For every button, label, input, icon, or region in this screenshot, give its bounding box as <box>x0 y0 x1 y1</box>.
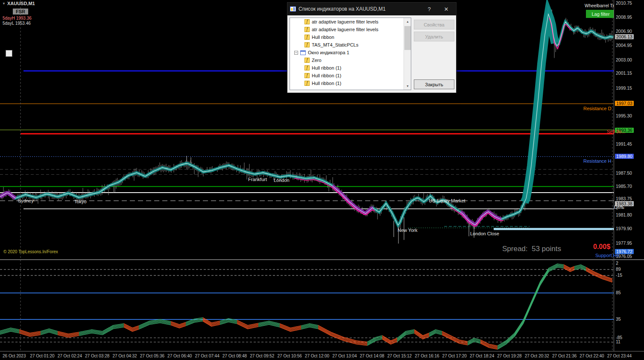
indicator-list-item[interactable]: ƒTAS_MT4_StaticPCLs <box>290 41 411 49</box>
symbol-label: XAUUSD,M1 <box>7 1 35 6</box>
time-axis-label: 27 Oct 23:44 <box>607 354 632 358</box>
session-label: Frankfurt <box>248 177 267 182</box>
price-axis-label: 2 <box>616 260 618 266</box>
time-axis[interactable]: 26 Oct 202327 Oct 01:2027 Oct 02:2427 Oc… <box>0 351 644 360</box>
dialog-body: ƒatr adaptive laguerre filter levelsƒatr… <box>287 15 456 93</box>
chart-checkbox[interactable] <box>6 50 12 57</box>
session-label: London <box>274 178 290 183</box>
indicator-fx-icon: ƒ <box>304 27 310 32</box>
time-axis-label: 27 Oct 03:28 <box>85 354 109 358</box>
target-label: Цель <box>614 205 624 210</box>
time-axis-label: 26 Oct 2023 <box>3 354 26 358</box>
price-axis-label: 1999.15 <box>616 85 632 91</box>
scrollbar-thumb[interactable] <box>404 26 411 50</box>
day-high-label: 5dayH 1993.36 <box>3 16 32 20</box>
price-axis-label: 1983.75 <box>616 196 632 201</box>
level-line-label: Resistance H <box>583 158 611 164</box>
time-axis-label: 27 Oct 10:56 <box>278 354 302 358</box>
close-icon[interactable]: ✕ <box>439 6 454 12</box>
price-axis-label: 2003.00 <box>616 57 632 62</box>
indicator-name: TAS_MT4_StaticPCLs <box>312 42 358 47</box>
indicator-name: Hull ribbon (1) <box>312 65 341 70</box>
time-axis-label: 27 Oct 04:32 <box>112 354 137 358</box>
session-label: Sydney <box>18 198 34 203</box>
close-dialog-button[interactable]: Закрыть <box>414 79 454 89</box>
indicator-window-icon <box>300 50 306 55</box>
indicator-fx-icon: ƒ <box>304 73 310 78</box>
indicator-fx-icon: ƒ <box>304 35 310 40</box>
session-label: New York <box>398 228 417 233</box>
price-axis-label: 89 <box>616 266 621 272</box>
time-axis-label: 27 Oct 06:40 <box>167 354 192 358</box>
copyright-label: © 2020 TopLessons.In/Forex <box>3 249 58 254</box>
scroll-down-icon[interactable]: ▼ <box>404 82 411 90</box>
price-axis-label: 1991.45 <box>616 141 632 146</box>
time-axis-label: 27 Oct 21:36 <box>552 354 577 358</box>
indicator-name: Hull ribbon (1) <box>312 73 341 78</box>
time-axis-label: 27 Oct 05:36 <box>140 354 164 358</box>
time-axis-label: 27 Oct 15:12 <box>387 354 412 358</box>
indicator-list-item[interactable]: ƒHull ribbon <box>290 33 411 41</box>
indicator-list-item[interactable]: ƒZero <box>290 56 411 64</box>
price-axis-label: 1985.70 <box>616 184 632 189</box>
indicator-name: Hull ribbon (1) <box>312 81 341 86</box>
help-button[interactable]: ? <box>422 6 436 12</box>
delete-button[interactable]: Удалить <box>414 32 454 41</box>
indicator-list-item[interactable]: ƒatr adaptive laguerre filter levels <box>290 26 411 33</box>
indicator-list-item[interactable]: ƒatr adaptive laguerre filter levels <box>290 18 411 26</box>
dialog-title: Список индикаторов на XAUUSD,M1 <box>299 6 419 12</box>
session-label: US Equity Market <box>429 198 465 203</box>
indicator-fx-icon: ƒ <box>304 42 310 47</box>
indicator-fx-icon: ƒ <box>304 81 310 86</box>
profit-label: 0.00$ <box>593 243 610 251</box>
indicators-dialog: Список индикаторов на XAUUSD,M1 ? ✕ ƒatr… <box>287 2 457 93</box>
support-h4-label: Support H4 <box>595 253 619 258</box>
time-axis-label: 27 Oct 13:04 <box>332 354 357 358</box>
lag-filter-button[interactable]: Lag filter <box>586 10 615 18</box>
indicator-name: Hull ribbon <box>312 35 334 40</box>
indicator-name: Zero <box>312 58 322 63</box>
indicator-list-item[interactable]: ƒHull ribbon (1) <box>290 79 411 87</box>
time-axis-label: 27 Oct 01:20 <box>30 354 54 358</box>
indicator-list-item[interactable]: ƒHull ribbon (1) <box>290 72 411 79</box>
list-scrollbar[interactable]: ▲ ▼ <box>404 18 411 90</box>
price-axis-label: 1987.50 <box>616 170 632 176</box>
price-axis-label: 11 <box>616 339 621 344</box>
indicator-list: ƒatr adaptive laguerre filter levelsƒatr… <box>290 18 411 90</box>
session-label: Tokyo <box>74 199 87 204</box>
price-axis-label: 35 <box>616 316 621 322</box>
price-axis-label: 2006.13 <box>615 34 634 39</box>
time-axis-label: 27 Oct 14:08 <box>360 354 384 358</box>
day-low-label: 5dayL 1953.46 <box>3 21 31 26</box>
indicator-list-item[interactable]: ƒHull ribbon (1) <box>290 64 411 72</box>
session-label: London Close <box>470 231 499 236</box>
tree-collapse-icon[interactable]: − <box>294 51 298 55</box>
dropdown-triangle-icon[interactable]: ▼ <box>2 2 6 6</box>
dialog-titlebar[interactable]: Список индикаторов на XAUUSD,M1 ? ✕ <box>287 3 456 15</box>
price-axis-label: 1979.90 <box>616 226 632 231</box>
indicator-fx-icon: ƒ <box>304 58 310 63</box>
indicator-name: atr adaptive laguerre filter levels <box>312 19 378 24</box>
spread-label: Spread: 53 points <box>502 245 561 253</box>
price-axis[interactable]: 2010.752008.952006.902006.132004.952003.… <box>614 0 644 351</box>
price-axis-label: 1989.80 <box>615 154 634 159</box>
fsr-badge: FSR <box>13 9 28 15</box>
symbol-title: ▼ XAUUSD,M1 <box>2 1 35 6</box>
dialog-chart-icon <box>290 6 296 12</box>
indicator-name: Окно индикатора 1 <box>308 50 349 55</box>
price-axis-label: 1997.03 <box>615 101 634 106</box>
time-axis-label: 27 Oct 22:40 <box>580 354 604 358</box>
properties-button[interactable]: Свойства <box>414 20 454 29</box>
pane-splitter[interactable] <box>0 259 644 260</box>
time-axis-label: 27 Oct 18:24 <box>470 354 494 358</box>
scroll-up-icon[interactable]: ▲ <box>404 18 411 25</box>
time-axis-label: 27 Oct 02:24 <box>58 354 82 358</box>
price-axis-label: 2008.95 <box>616 15 632 20</box>
price-axis-label: 1981.80 <box>616 212 632 217</box>
indicator-name: atr adaptive laguerre filter levels <box>312 27 378 32</box>
time-axis-label: 27 Oct 07:44 <box>195 354 219 358</box>
price-axis-label: 1977.95 <box>616 240 632 246</box>
price-axis-label: 2001.15 <box>616 70 632 76</box>
indicator-list-item[interactable]: −Окно индикатора 1 <box>290 49 411 56</box>
indicator-fx-icon: ƒ <box>304 65 310 70</box>
